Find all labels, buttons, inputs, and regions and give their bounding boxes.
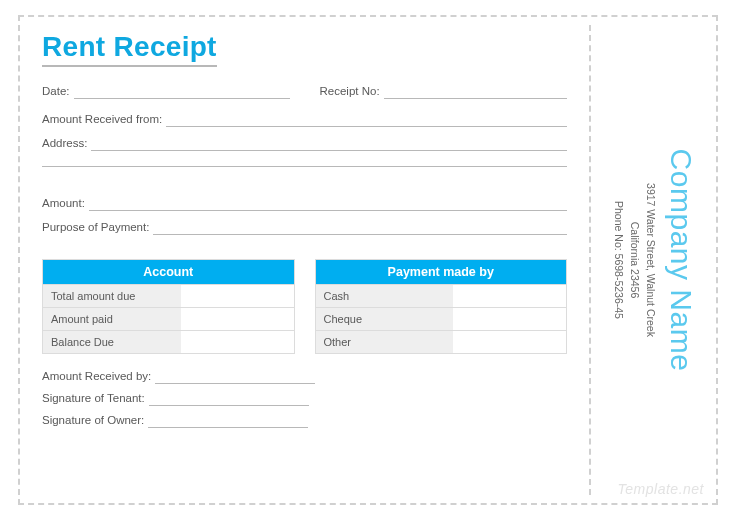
input-signature-owner[interactable] — [148, 414, 308, 428]
account-row-total-due: Total amount due — [43, 285, 181, 307]
input-purpose[interactable] — [153, 221, 567, 235]
input-amount[interactable] — [89, 197, 567, 211]
label-amount-received-from: Amount Received from: — [42, 113, 166, 127]
payment-table: Payment made by Cash Cheque Other — [315, 259, 568, 354]
account-val-balance-due[interactable] — [181, 331, 294, 353]
field-amount-received-by: Amount Received by: — [42, 370, 567, 384]
receipt-stub: Company Name 3917 Water Street, Walnut C… — [591, 17, 716, 503]
company-addr-line2: California 23456 — [626, 50, 642, 470]
account-val-total-due[interactable] — [181, 285, 294, 307]
label-signature-tenant: Signature of Tenant: — [42, 392, 149, 406]
company-name: Company Name — [663, 50, 697, 470]
receipt-main-panel: Rent Receipt Date: Receipt No: Amount Re… — [20, 17, 589, 503]
account-table: Account Total amount due Amount paid Bal… — [42, 259, 295, 354]
field-amount: Amount: — [42, 197, 567, 211]
payment-row-other: Other — [316, 331, 454, 353]
company-address: 3917 Water Street, Walnut Creek Californ… — [610, 50, 657, 470]
field-date: Date: — [42, 85, 290, 99]
receipt-sheet: Rent Receipt Date: Receipt No: Amount Re… — [18, 15, 718, 505]
table-row: Cash — [316, 284, 567, 307]
label-amount: Amount: — [42, 197, 89, 211]
company-phone: Phone No: 5698-5236-45 — [610, 50, 626, 470]
receipt-title: Rent Receipt — [42, 31, 217, 67]
label-receipt-no: Receipt No: — [320, 85, 384, 99]
field-signature-tenant: Signature of Tenant: — [42, 392, 567, 406]
label-date: Date: — [42, 85, 74, 99]
account-val-amount-paid[interactable] — [181, 308, 294, 330]
watermark: Template.net — [618, 481, 704, 497]
table-row: Balance Due — [43, 330, 294, 353]
input-receipt-no[interactable] — [384, 85, 567, 99]
field-amount-received-from: Amount Received from: — [42, 113, 567, 127]
table-row: Amount paid — [43, 307, 294, 330]
field-address: Address: — [42, 137, 567, 151]
label-signature-owner: Signature of Owner: — [42, 414, 148, 428]
table-row: Other — [316, 330, 567, 353]
label-purpose: Purpose of Payment: — [42, 221, 153, 235]
input-amount-received-by[interactable] — [155, 370, 315, 384]
label-amount-received-by: Amount Received by: — [42, 370, 155, 384]
input-date[interactable] — [74, 85, 290, 99]
field-receipt-no: Receipt No: — [320, 85, 568, 99]
account-row-balance-due: Balance Due — [43, 331, 181, 353]
payment-val-cheque[interactable] — [453, 308, 566, 330]
label-address: Address: — [42, 137, 91, 151]
payment-val-cash[interactable] — [453, 285, 566, 307]
table-row: Cheque — [316, 307, 567, 330]
company-addr-line1: 3917 Water Street, Walnut Creek — [641, 50, 657, 470]
tables-row: Account Total amount due Amount paid Bal… — [42, 259, 567, 354]
account-table-header: Account — [43, 260, 294, 284]
payment-row-cash: Cash — [316, 285, 454, 307]
payment-table-header: Payment made by — [316, 260, 567, 284]
company-block: Company Name 3917 Water Street, Walnut C… — [610, 50, 697, 470]
field-purpose: Purpose of Payment: — [42, 221, 567, 235]
input-address-line2[interactable] — [42, 153, 567, 167]
account-row-amount-paid: Amount paid — [43, 308, 181, 330]
table-row: Total amount due — [43, 284, 294, 307]
payment-row-cheque: Cheque — [316, 308, 454, 330]
field-signature-owner: Signature of Owner: — [42, 414, 567, 428]
input-signature-tenant[interactable] — [149, 392, 309, 406]
signature-block: Amount Received by: Signature of Tenant:… — [42, 370, 567, 428]
input-amount-received-from[interactable] — [166, 113, 567, 127]
payment-val-other[interactable] — [453, 331, 566, 353]
input-address-line1[interactable] — [91, 137, 567, 151]
